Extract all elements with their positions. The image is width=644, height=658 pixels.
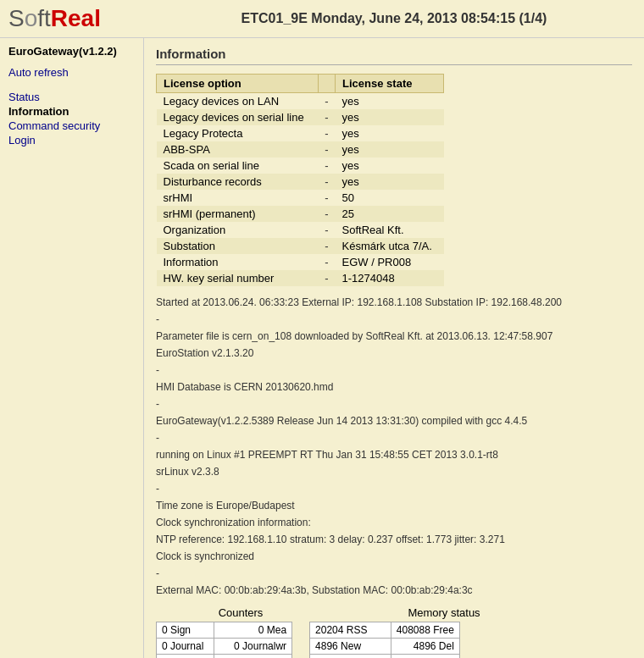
sidebar-nav: Status Information Command security Logi… <box>8 91 143 147</box>
info-line: Parameter file is cern_on_108 downloaded… <box>156 329 632 344</box>
col-sep <box>318 75 335 93</box>
counter-row: 0 Stick ch.282551 Idlecnt <box>157 655 292 659</box>
license-state: 25 <box>336 206 444 222</box>
col-license-option: License option <box>157 75 319 93</box>
license-sep: - <box>318 109 335 125</box>
main-content: Information License option License state… <box>144 38 644 658</box>
license-option: Scada on serial line <box>157 158 319 174</box>
license-row: HW. key serial number-1-1274048 <box>157 270 444 286</box>
info-line: - <box>156 481 632 496</box>
license-tbody: Legacy devices on LAN-yesLegacy devices … <box>157 93 444 287</box>
license-sep: - <box>318 254 335 270</box>
license-option: ABB-SPA <box>157 141 319 158</box>
info-line: - <box>156 430 632 445</box>
license-row: srHMI (permanent)-25 <box>157 206 444 222</box>
license-row: Organization-SoftReal Kft. <box>157 222 444 238</box>
license-option: Legacy Protecta <box>157 125 319 141</box>
license-row: Disturbance records-yes <box>157 174 444 190</box>
info-line: Clock synchronization information: <box>156 515 632 530</box>
license-state: 50 <box>336 190 444 206</box>
sidebar-item-information[interactable]: Information <box>8 105 143 118</box>
info-line: Started at 2013.06.24. 06:33:23 External… <box>156 295 632 310</box>
counter-row: 0 Journal0 Journalwr <box>157 639 292 655</box>
header: SoftReal ETC01_9E Monday, June 24, 2013 … <box>0 0 644 38</box>
license-row: srHMI-50 <box>157 190 444 206</box>
counter-row: 0 Sign0 Mea <box>157 622 292 639</box>
memory-col1: 20204 RSS <box>310 622 391 639</box>
counters-label: Counters <box>156 606 325 619</box>
license-row: ABB-SPA-yes <box>157 141 444 158</box>
license-row: Substation-Késmárk utca 7/A. <box>157 238 444 254</box>
license-state: yes <box>336 125 444 141</box>
license-state: yes <box>336 158 444 174</box>
info-line: - <box>156 312 632 327</box>
license-row: Scada on serial line-yes <box>157 158 444 174</box>
auto-refresh-link[interactable]: Auto refresh <box>8 66 143 79</box>
counter-col2: 0 Journalwr <box>214 639 292 655</box>
memory-row: 20204 RSS408088 Free <box>310 622 460 639</box>
license-row: Legacy devices on serial line-yes <box>157 109 444 125</box>
col-license-state: License state <box>336 75 444 93</box>
license-sep: - <box>318 93 335 110</box>
memory-label: Memory status <box>359 606 529 619</box>
counter-col1: 0 Stick ch. <box>157 655 214 659</box>
license-state: yes <box>336 93 444 110</box>
memory-col2: 408088 Free <box>391 622 459 639</box>
license-sep: - <box>318 190 335 206</box>
license-table: License option License state Legacy devi… <box>156 74 444 286</box>
memory-col2 <box>391 655 459 659</box>
memory-row: 53763 New-Del <box>310 655 460 659</box>
memory-col1: 4896 New <box>310 639 391 655</box>
cm-section: Counters Memory status 0 Sign0 Mea0 Jour… <box>156 606 632 658</box>
license-option: srHMI (permanent) <box>157 206 319 222</box>
license-option: srHMI <box>157 190 319 206</box>
sidebar-item-status[interactable]: Status <box>8 91 143 103</box>
license-option: Information <box>157 254 319 270</box>
license-state: 1-1274048 <box>336 270 444 286</box>
license-option: Legacy devices on serial line <box>157 109 319 125</box>
header-title: ETC01_9E Monday, June 24, 2013 08:54:15 … <box>153 11 636 26</box>
info-line: EuroStation v2.1.3.20 <box>156 346 632 361</box>
sidebar-item-command-security[interactable]: Command security <box>8 119 143 132</box>
license-row: Legacy devices on LAN-yes <box>157 93 444 110</box>
counter-col2: 0 Mea <box>214 622 292 639</box>
logo-soft: Soft <box>8 5 51 31</box>
sidebar: EuroGateway(v1.2.2) Auto refresh Status … <box>0 38 144 658</box>
license-option: Substation <box>157 238 319 254</box>
license-state: yes <box>336 141 444 158</box>
license-sep: - <box>318 206 335 222</box>
info-line: EuroGateway(v1.2.2.5389 Release Jun 14 2… <box>156 413 632 429</box>
sidebar-item-login[interactable]: Login <box>8 134 143 147</box>
sidebar-app-name: EuroGateway(v1.2.2) <box>8 45 143 58</box>
license-option: Disturbance records <box>157 174 319 190</box>
memory-col2: 4896 Del <box>391 639 459 655</box>
info-text: Started at 2013.06.24. 06:33:23 External… <box>156 295 632 598</box>
info-line: Time zone is Europe/Budapest <box>156 498 632 513</box>
info-line: running on Linux #1 PREEMPT RT Thu Jan 3… <box>156 447 632 462</box>
counter-col1: 0 Sign <box>157 622 214 639</box>
logo: SoftReal <box>8 5 101 31</box>
license-sep: - <box>318 238 335 254</box>
license-option: Organization <box>157 222 319 238</box>
info-line: - <box>156 362 632 378</box>
license-sep: - <box>318 141 335 158</box>
license-state: SoftReal Kft. <box>336 222 444 238</box>
license-sep: - <box>318 174 335 190</box>
info-line: Clock is synchronized <box>156 549 632 564</box>
memory-table: 20204 RSS408088 Free4896 New4896 Del5376… <box>309 622 460 658</box>
info-line: NTP reference: 192.168.1.10 stratum: 3 d… <box>156 532 632 547</box>
license-row: Legacy Protecta-yes <box>157 125 444 141</box>
info-line: - <box>156 396 632 412</box>
license-sep: - <box>318 222 335 238</box>
license-state: Késmárk utca 7/A. <box>336 238 444 254</box>
logo-real: Real <box>51 5 101 31</box>
license-row: Information-EGW / PR008 <box>157 254 444 270</box>
info-line: - <box>156 566 632 581</box>
logo-area: SoftReal <box>8 5 153 32</box>
info-line: srLinux v2.3.8 <box>156 464 632 479</box>
memory-row: 4896 New4896 Del <box>310 639 460 655</box>
license-option: HW. key serial number <box>157 270 319 286</box>
memory-col1: 53763 New-Del <box>310 655 391 659</box>
page-heading: Information <box>156 47 632 65</box>
license-sep: - <box>318 125 335 141</box>
